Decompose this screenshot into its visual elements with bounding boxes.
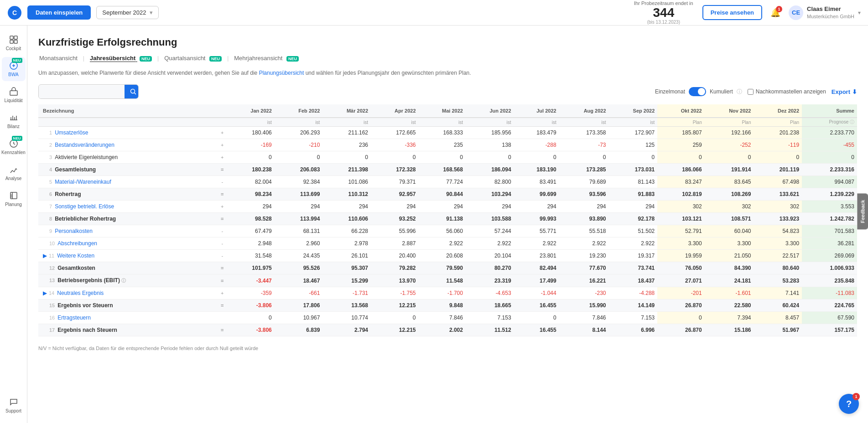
preise-button[interactable]: Preise ansehen — [702, 5, 762, 20]
row-value: 67.479 — [227, 225, 275, 237]
table-row: 5Material-/Wareneinkauf-82.00492.384101.… — [38, 176, 857, 188]
row-label-cell: 6Rohertrag — [38, 188, 218, 201]
table-row: 4Gesamtleistung=180.238206.083211.398172… — [38, 164, 857, 176]
search-button[interactable] — [125, 85, 139, 98]
sidebar-item-bwa[interactable]: NEU BWA — [2, 57, 26, 81]
row-value: 180.238 — [227, 164, 275, 176]
row-value: 102.819 — [657, 188, 704, 201]
row-number: 11 — [49, 253, 54, 258]
row-label-link[interactable]: Weitere Kosten — [57, 253, 94, 259]
subth-sep: ist — [609, 118, 658, 127]
th-bezeichnung: Bezeichnung — [38, 104, 218, 118]
row-value: 110.606 — [322, 213, 371, 225]
sidebar-support-label: Support — [5, 408, 21, 414]
row-label-link[interactable]: Material-/Wareneinkauf — [55, 179, 111, 185]
row-value: 101.086 — [322, 176, 371, 188]
row-value: 201.119 — [754, 164, 802, 176]
row-label: Aktivierte Eigenleistungen — [55, 154, 118, 160]
table-row: 6Rohertrag=98.234113.699110.31292.95790.… — [38, 188, 857, 201]
sidebar-item-analyse[interactable]: Analyse — [2, 161, 26, 185]
sidebar-item-liquiditaet[interactable]: Liquidität — [2, 83, 26, 107]
row-value: 79.590 — [419, 262, 466, 274]
row-value: 13.568 — [322, 299, 371, 312]
row-value: 183.479 — [514, 127, 559, 139]
feedback-tab[interactable]: Feedback — [858, 194, 868, 230]
row-label-link[interactable]: Personalkosten — [55, 228, 93, 234]
sidebar-item-bilanz[interactable]: Bilanz — [2, 109, 26, 133]
controls-row: Einzelmonat Kumuliert ⓘ Nachkommastellen… — [38, 84, 857, 99]
row-label-link[interactable]: Sonstige betriebl. Erlöse — [55, 203, 114, 210]
notifications-button[interactable]: 🔔 1 — [768, 5, 783, 21]
row-value: 113.699 — [275, 188, 323, 201]
row-number: 4 — [49, 167, 52, 172]
period-selector[interactable]: September 2022 ▾ — [96, 6, 159, 19]
expand-icon[interactable]: ▶ — [43, 290, 47, 296]
sidebar-item-planung[interactable]: Planung — [2, 187, 26, 211]
row-label-link[interactable]: Ertragsteuern — [57, 315, 91, 321]
daten-einspielen-button[interactable]: Daten einspielen — [27, 5, 91, 20]
table-row: ▶14Neutrales Ergebnis+-359-661-1.731-1.7… — [38, 287, 857, 299]
row-value: 18.437 — [609, 274, 658, 287]
row-value: 173.031 — [609, 164, 658, 176]
row-label-link[interactable]: Umsatzerlöse — [55, 129, 88, 136]
table-row: 3Aktivierte Eigenleistungen+000000000000… — [38, 151, 857, 164]
export-button[interactable]: Export ⬇ — [832, 88, 857, 95]
row-value: 0 — [514, 312, 559, 324]
row-value: 0 — [559, 151, 609, 164]
sidebar-item-cockpit[interactable]: Cockpit — [2, 31, 26, 55]
support-icon — [9, 397, 19, 407]
user-menu[interactable]: CE Claas Eimer Musterküchen GmbH ▾ — [789, 5, 861, 20]
nachkommastellen-checkbox[interactable]: Nachkommastellen anzeigen — [748, 88, 826, 95]
sidebar-item-support[interactable]: Support — [2, 393, 26, 418]
row-value: 185.956 — [466, 127, 514, 139]
trial-sublabel: (bis 13.12.2023) — [634, 19, 693, 25]
row-value: 0 — [371, 151, 419, 164]
row-label: Gesamtleistung — [55, 166, 96, 173]
row-value: 55.996 — [371, 225, 419, 237]
row-value: 95.307 — [322, 262, 371, 274]
row-value: 103.121 — [657, 213, 704, 225]
planungsuebersicht-link[interactable]: Planungsübersicht — [259, 70, 304, 76]
search-icon — [130, 88, 136, 95]
row-value: 201.238 — [754, 127, 802, 139]
row-value: 206.083 — [275, 164, 323, 176]
subth-mar: ist — [322, 118, 371, 127]
liquiditaet-icon — [9, 87, 19, 97]
table-row: 9Personalkosten-67.47968.13166.22855.996… — [38, 225, 857, 237]
table-subheader-row: ist ist ist ist ist ist ist ist ist Plan… — [38, 118, 857, 127]
page-title: Kurzfristige Erfolgsrechnung — [38, 36, 857, 48]
svg-rect-5 — [14, 40, 17, 43]
sidebar-item-kennzahlen[interactable]: NEU Kennzahlen — [2, 135, 26, 159]
tab-quartalsansicht[interactable]: Quartalsansicht NEU — [163, 55, 223, 62]
row-label-link[interactable]: Bestandsveränderungen — [55, 142, 114, 148]
row-value: 294 — [466, 201, 514, 213]
row-label-cell: 5Material-/Wareneinkauf — [38, 176, 218, 188]
nachkommastellen-input[interactable] — [748, 89, 754, 95]
help-button[interactable]: ? 1 — [839, 394, 859, 414]
row-value: 294 — [419, 201, 466, 213]
row-value: 18.467 — [275, 274, 323, 287]
row-label-link[interactable]: Abschreibungen — [57, 240, 97, 247]
user-info: Claas Eimer Musterküchen GmbH — [807, 5, 854, 20]
row-value: 3.553 — [802, 201, 857, 213]
search-input[interactable] — [39, 85, 125, 98]
row-value: 211.162 — [322, 127, 371, 139]
expand-icon[interactable]: ▶ — [43, 253, 47, 259]
row-label-cell: 8Betrieblicher Rohertrag — [38, 213, 218, 225]
row-value: 2.233.316 — [802, 164, 857, 176]
app-logo: C — [7, 5, 22, 20]
row-value: 2.960 — [275, 237, 323, 250]
einzelmonat-toggle[interactable] — [689, 87, 706, 96]
row-label-cell: ▶11Weitere Kosten — [38, 250, 218, 262]
row-value: 0 — [657, 151, 704, 164]
row-value: -1.700 — [419, 287, 466, 299]
row-value: 0 — [657, 312, 704, 324]
row-value: 11.548 — [419, 274, 466, 287]
tab-mehrjahresansicht[interactable]: Mehrjahresansicht NEU — [233, 55, 300, 62]
tab-jahresuebersicht[interactable]: Jahresübersicht NEU — [89, 55, 153, 62]
row-value: 172.328 — [371, 164, 419, 176]
row-value: -4.288 — [609, 287, 658, 299]
row-label-link[interactable]: Neutrales Ergebnis — [57, 290, 104, 296]
row-value: 701.583 — [802, 225, 857, 237]
tab-monatsansicht[interactable]: Monatsansicht — [38, 55, 78, 62]
